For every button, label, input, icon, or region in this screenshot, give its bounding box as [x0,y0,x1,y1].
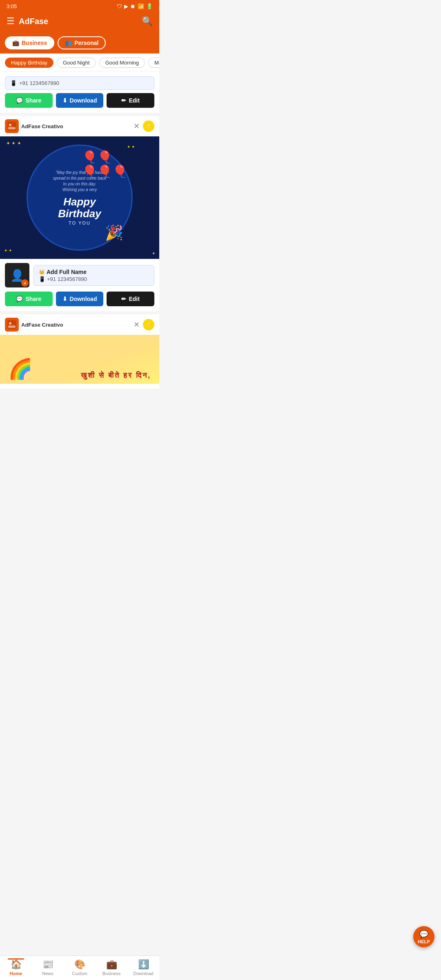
balloons-decoration: 🎈🎈🎈🎈🎈 [82,150,127,178]
share-icon: 💬 [16,97,23,104]
status-icons: 🛡 ▶ ⏺ 📶 🔋 [117,3,153,9]
partial-phone-row: 📱 +91 1234567890 [5,76,154,90]
partial-action-buttons: 💬 Share ⬇ Download ✏ Edit [5,93,154,108]
download-icon: ⬇ [62,97,67,104]
status-bar: 3:05 🛡 ▶ ⏺ 📶 🔋 [0,0,159,12]
chip-good-morning[interactable]: Good Morning [99,58,145,68]
brand-icon [5,119,19,133]
app-title: AdFase [19,17,48,26]
birthday-download-button[interactable]: ⬇ Download [56,292,104,306]
search-icon[interactable]: 🔍 [142,16,153,27]
filter-chips: Happy Birthday Good Night Good Morning M… [0,53,159,71]
hindi-text: खुशी से बीते हर दिन, [81,371,151,380]
profile-row: 👤 + 👑 Add Full Name 📱 +91 1234567890 [5,263,154,287]
partial-download-button[interactable]: ⬇ Download [56,93,104,108]
svg-point-4 [9,322,11,325]
svg-point-1 [9,124,11,126]
crown-icon: 👑 [39,269,45,275]
profile-info-wrap: 👑 Add Full Name 📱 +91 1234567890 [33,265,154,286]
birthday-card-image: ✦ ✦ ✦ ✦ ✦ "May the joy that you havespre… [0,136,159,259]
birthday-circle: "May the joy that you havespread in the … [27,145,133,251]
party-hat-decoration: 🎉 [105,224,123,241]
rainbow-brand-logo: AdFase Creativo [5,318,63,332]
business-icon: 💼 [12,40,19,46]
chip-happy-birthday[interactable]: Happy Birthday [5,58,53,68]
brand-logo: AdFase Creativo [5,119,63,133]
rainbow-premium-badge: ⭐ [143,319,154,330]
partial-share-button[interactable]: 💬 Share [5,93,53,108]
rainbow-emoji: 🌈 [8,358,33,381]
birthday-card-header: AdFase Creativo ✕ ⭐ [0,116,159,136]
rainbow-brand-name: AdFase Creativo [21,322,63,328]
premium-badge: ⭐ [143,120,154,132]
personal-icon: 👥 [65,40,72,46]
chip-good-night[interactable]: Good Night [57,58,96,68]
hamburger-icon[interactable]: ☰ [7,16,15,27]
profile-name: 👑 Add Full Name [39,269,149,275]
tab-business[interactable]: 💼 Business [5,36,54,49]
birthday-sub-text: TO YOU [53,220,107,225]
close-button[interactable]: ✕ [134,122,140,131]
edit-icon: ✏ [121,97,126,104]
rainbow-area: 🌈 खुशी से बीते हर दिन, [0,335,159,384]
svg-rect-5 [8,325,16,328]
birthday-share-button[interactable]: 💬 Share [5,292,53,306]
rainbow-card: AdFase Creativo ✕ ⭐ 🌈 खुशी से बीते हर दि… [0,314,159,389]
whatsapp-icon: 📱 [10,80,17,86]
rainbow-close-button[interactable]: ✕ [134,320,140,329]
birthday-edit-button[interactable]: ✏ Edit [107,292,154,306]
birthday-main-text: HappyBirthday [53,196,107,219]
top-nav: ☰ AdFase 🔍 [0,12,159,32]
phone-icon: 📱 [39,276,45,282]
nav-left: ☰ AdFase [7,16,48,27]
brand-name: AdFase Creativo [21,123,63,129]
rainbow-card-header: AdFase Creativo ✕ ⭐ [0,314,159,335]
birthday-action-buttons: 💬 Share ⬇ Download ✏ Edit [5,292,154,306]
avatar-box[interactable]: 👤 + [5,263,29,287]
download-arrow-icon: ⬇ [62,296,67,302]
birthday-card: AdFase Creativo ✕ ⭐ ✦ ✦ ✦ ✦ ✦ "May the j… [0,116,159,311]
profile-phone: 📱 +91 1234567890 [39,276,149,282]
share-whatsapp-icon: 💬 [16,296,23,302]
status-time: 3:05 [7,3,17,9]
pencil-icon: ✏ [121,296,126,302]
partial-top-card: 📱 +91 1234567890 💬 Share ⬇ Download ✏ Ed… [0,71,159,113]
birthday-background: ✦ ✦ ✦ ✦ ✦ "May the joy that you havespre… [0,136,159,259]
rainbow-brand-icon [5,318,19,332]
svg-rect-2 [8,127,16,129]
rainbow-card-image: 🌈 खुशी से बीते हर दिन, [0,335,159,384]
chip-motivational[interactable]: Motivational [148,58,159,68]
partial-edit-button[interactable]: ✏ Edit [107,93,154,108]
add-avatar-badge: + [21,279,29,287]
tab-personal[interactable]: 👥 Personal [58,36,106,49]
category-tabs: 💼 Business 👥 Personal [0,32,159,53]
